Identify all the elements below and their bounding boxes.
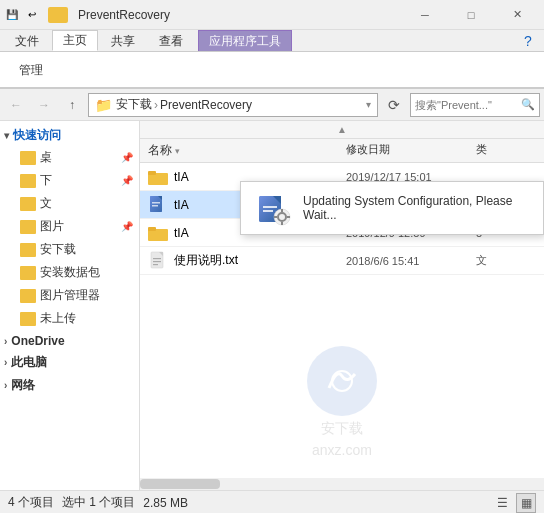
network-expand-icon: › <box>4 380 7 391</box>
file-name-4: 使用说明.txt <box>174 252 346 269</box>
pin-icon-2: 📌 <box>121 175 133 186</box>
sidebar-item-label-pictures: 图片 <box>40 218 64 235</box>
svg-rect-25 <box>274 216 277 218</box>
col-type-header[interactable]: 类 <box>476 142 536 159</box>
tab-home[interactable]: 主页 <box>52 30 98 51</box>
svg-rect-26 <box>287 216 290 218</box>
title-bar: 💾 ↩ PreventRecovery ─ □ ✕ <box>0 0 544 30</box>
collapse-icon: ▲ <box>337 124 347 135</box>
thispc-expand-icon: › <box>4 357 7 368</box>
file-icon-1 <box>148 167 168 187</box>
pin-icon: 📌 <box>121 152 133 163</box>
path-part-downloads[interactable]: 安下载 <box>116 96 152 113</box>
address-bar: ← → ↑ 📁 安下载 › PreventRecovery ▾ ⟳ 🔍 <box>0 89 544 121</box>
onedrive-header[interactable]: › OneDrive <box>0 332 139 350</box>
svg-rect-13 <box>153 264 158 265</box>
address-path[interactable]: 📁 安下载 › PreventRecovery ▾ <box>88 93 378 117</box>
svg-rect-3 <box>150 196 162 212</box>
search-input[interactable] <box>415 99 517 111</box>
thispc-label: 此电脑 <box>11 354 47 371</box>
network-header[interactable]: › 网络 <box>0 375 139 396</box>
search-box: 🔍 <box>410 93 540 117</box>
collapse-bar[interactable]: ▲ <box>140 121 544 139</box>
undo-button[interactable]: ↩ <box>24 7 40 23</box>
sidebar-item-label-desktop: 桌 <box>40 149 52 166</box>
file-type-4: 文 <box>476 253 536 268</box>
sidebar-item-label-anxz: 安下载 <box>40 241 76 258</box>
selected-count: 选中 1 个项目 <box>62 494 135 511</box>
onedrive-expand-icon: › <box>4 336 7 347</box>
watermark-url: anxz.com <box>312 442 372 458</box>
upload-folder-icon <box>20 312 36 326</box>
list-view-button[interactable]: ▦ <box>516 493 536 513</box>
item-count: 4 个项目 <box>8 494 54 511</box>
svg-rect-12 <box>153 261 161 262</box>
refresh-button[interactable]: ⟳ <box>382 93 406 117</box>
file-icon-4 <box>148 251 168 271</box>
details-view-button[interactable]: ☰ <box>492 493 512 513</box>
sidebar-item-upload[interactable]: 未上传 <box>0 307 139 330</box>
sidebar-item-label-downloads: 下 <box>40 172 52 189</box>
col-name-header[interactable]: 名称 ▾ <box>148 142 346 159</box>
svg-rect-8 <box>148 227 156 231</box>
save-button[interactable]: 💾 <box>4 7 20 23</box>
minimize-button[interactable]: ─ <box>402 0 448 30</box>
folder-icon <box>48 7 68 23</box>
svg-rect-24 <box>281 222 283 225</box>
pictures-folder-icon <box>20 220 36 234</box>
file-icon-2 <box>148 195 168 215</box>
sidebar-item-label-docs: 文 <box>40 195 52 212</box>
sidebar-item-desktop[interactable]: 桌 📌 <box>0 146 139 169</box>
svg-rect-19 <box>263 206 277 208</box>
sidebar-item-docs[interactable]: 文 <box>0 192 139 215</box>
file-pane: ▲ 名称 ▾ 修改日期 类 tIA 2019/12/17 15 <box>140 121 544 490</box>
tab-file[interactable]: 文件 <box>4 30 50 51</box>
svg-rect-5 <box>152 202 160 204</box>
search-icon: 🔍 <box>521 98 535 111</box>
maximize-button[interactable]: □ <box>448 0 494 30</box>
sidebar-item-pictures[interactable]: 图片 📌 <box>0 215 139 238</box>
tab-view[interactable]: 查看 <box>148 30 194 51</box>
tab-app-tools[interactable]: 应用程序工具 <box>198 30 292 51</box>
svg-rect-9 <box>151 252 163 268</box>
sidebar-item-downloads[interactable]: 下 📌 <box>0 169 139 192</box>
popup-message: Updating System Configuration, Please Wa… <box>303 194 529 222</box>
sidebar-item-packages[interactable]: 安装数据包 <box>0 261 139 284</box>
tab-share[interactable]: 共享 <box>100 30 146 51</box>
sidebar-item-label-upload: 未上传 <box>40 310 76 327</box>
watermark: 安下载 anxz.com <box>307 346 377 458</box>
tab-manage[interactable]: 管理 <box>8 59 54 80</box>
thispc-group: › 此电脑 <box>0 352 139 373</box>
main-area: ▾ 快速访问 桌 📌 下 📌 文 图片 📌 <box>0 121 544 490</box>
watermark-logo <box>307 346 377 416</box>
sidebar-item-photos[interactable]: 图片管理器 <box>0 284 139 307</box>
pin-icon-3: 📌 <box>121 221 133 232</box>
quick-access-header[interactable]: ▾ 快速访问 <box>0 125 139 146</box>
file-row-4[interactable]: 使用说明.txt 2018/6/6 15:41 文 <box>140 247 544 275</box>
svg-rect-1 <box>148 171 156 175</box>
svg-rect-11 <box>153 258 161 259</box>
close-button[interactable]: ✕ <box>494 0 540 30</box>
ribbon-help-button[interactable]: ? <box>516 31 540 51</box>
file-date-4: 2018/6/6 15:41 <box>346 255 476 267</box>
popup-icon <box>255 190 291 226</box>
svg-rect-6 <box>152 205 158 207</box>
sidebar-item-label-photos: 图片管理器 <box>40 287 100 304</box>
scroll-thumb[interactable] <box>140 479 220 489</box>
forward-button[interactable]: → <box>32 93 56 117</box>
photos-folder-icon <box>20 289 36 303</box>
up-button[interactable]: ↑ <box>60 93 84 117</box>
docs-folder-icon <box>20 197 36 211</box>
quick-access-label: 快速访问 <box>13 127 61 144</box>
horizontal-scrollbar[interactable] <box>140 478 544 490</box>
thispc-header[interactable]: › 此电脑 <box>0 352 139 373</box>
sidebar-item-label-packages: 安装数据包 <box>40 264 100 281</box>
col-date-header[interactable]: 修改日期 <box>346 142 476 159</box>
sidebar-item-anxz[interactable]: 安下载 <box>0 238 139 261</box>
file-icon-3 <box>148 223 168 243</box>
back-button[interactable]: ← <box>4 93 28 117</box>
svg-point-14 <box>320 359 364 403</box>
path-part-preventrecovery[interactable]: PreventRecovery <box>160 98 252 112</box>
downloads-folder-icon <box>20 174 36 188</box>
quick-access-group: ▾ 快速访问 桌 📌 下 📌 文 图片 📌 <box>0 125 139 330</box>
